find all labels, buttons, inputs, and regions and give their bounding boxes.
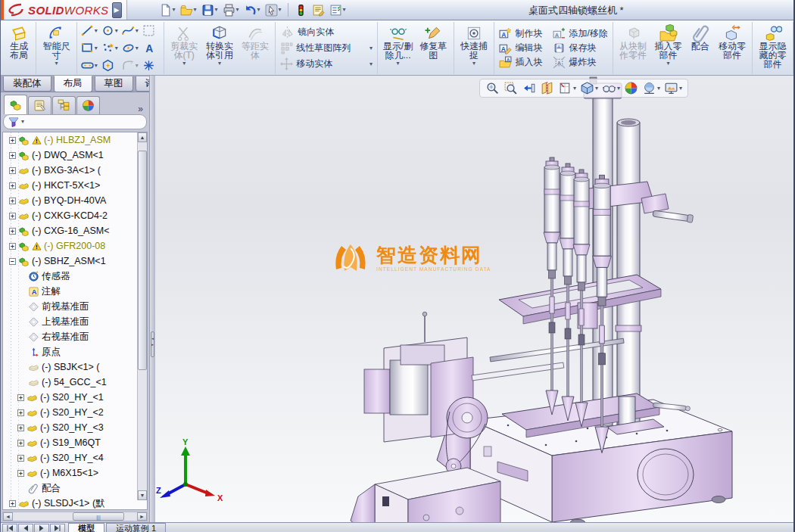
panel-tab-configurationmanager[interactable] <box>52 96 76 114</box>
tree-item[interactable]: 原点 <box>3 344 147 359</box>
linear-sketch-pattern-button[interactable]: 线性草图阵列 ▾ <box>278 41 375 55</box>
quick-snaps-button[interactable]: 快速捕捉 ▾ <box>457 23 492 67</box>
print-document-button[interactable]: ▾ <box>221 3 241 17</box>
machine-model[interactable] <box>311 76 794 522</box>
study-tab-2[interactable]: 运动算例 1 <box>106 523 166 532</box>
zoom-fit-button[interactable] <box>485 81 500 95</box>
make-block-button[interactable]: A 制作块 <box>497 26 544 41</box>
make-part-from-block-button[interactable]: 从块制作零件 <box>616 23 650 60</box>
mate-button[interactable]: 配合 <box>686 23 715 51</box>
hide-show-items-button[interactable]: ▾ <box>602 81 620 95</box>
expand-toggle[interactable]: + <box>17 440 24 446</box>
sketch-star-tool-button[interactable] <box>141 57 161 74</box>
tree-filter-bar[interactable]: ▾ <box>3 114 147 129</box>
expand-toggle[interactable]: + <box>9 198 16 204</box>
rectangle-tool-button[interactable]: ▾ <box>80 39 100 57</box>
expand-toggle[interactable]: + <box>9 213 16 219</box>
tree-item[interactable]: −(-) SBHZ_ASM<1 <box>3 254 147 269</box>
expand-toggle[interactable]: + <box>9 228 16 235</box>
panel-splitter[interactable]: ◂▸ <box>149 76 155 522</box>
tree-item[interactable]: (-) 54_GCC_<1 <box>3 375 147 390</box>
graphics-viewport[interactable]: ▾▾▾▾▾ 智造资料网 INTELLIGENT MANUFACTURING DA… <box>155 76 794 522</box>
tree-item[interactable]: +(-) S20_HY_<2 <box>3 405 147 420</box>
tree-horizontal-scrollbar[interactable]: ◄ ||| ► <box>2 512 148 521</box>
expand-toggle[interactable]: + <box>9 167 16 174</box>
tree-item[interactable]: +(-) BXG-3A<1> ( <box>3 163 147 178</box>
panel-expand-chevron[interactable]: » <box>138 104 146 114</box>
edit-appearance-button[interactable] <box>624 81 638 95</box>
tree-item[interactable]: +(-) HLBZJ_ASM <box>3 132 147 148</box>
tree-vertical-scrollbar[interactable]: ▲ ▼ <box>137 132 147 500</box>
scroll-up-button[interactable]: ▲ <box>138 132 147 142</box>
smart-dimension-button[interactable]: 智能尺寸 ▾ <box>39 23 74 67</box>
expand-toggle[interactable]: + <box>17 455 24 462</box>
undo-button[interactable]: ▾ <box>242 3 262 17</box>
tree-item[interactable]: +(-) CXKG-KCD4-2 <box>3 208 147 223</box>
commandmanager-tab-2[interactable]: 布局 <box>54 76 92 92</box>
open-document-button[interactable]: ▾ <box>179 3 198 17</box>
expand-toggle[interactable]: + <box>17 394 24 401</box>
section-view-button[interactable] <box>540 81 554 95</box>
show-hidden-components-button[interactable]: 显示隐藏的零部件 <box>755 23 790 69</box>
file-properties-button[interactable] <box>310 3 326 17</box>
collapse-toggle[interactable]: − <box>9 258 16 265</box>
move-component-button[interactable]: 移动零部件 <box>715 23 750 60</box>
spline-tool-button[interactable]: ▾ <box>120 22 141 39</box>
view-orientation-button[interactable]: ▾ <box>558 81 576 95</box>
expand-toggle[interactable]: + <box>17 470 24 477</box>
interference-check-button[interactable] <box>293 3 309 17</box>
tree-item[interactable]: +(-) BYQ-DH-40VA <box>3 193 147 208</box>
panel-tab-propertymanager[interactable] <box>28 96 51 114</box>
tree-item[interactable]: +(-) S20_HY_<3 <box>3 420 147 435</box>
expand-toggle[interactable]: + <box>9 137 16 144</box>
commandmanager-tab-1[interactable]: 装配体 <box>3 76 51 92</box>
tree-item[interactable]: +(-) DWQ_ASM<1 <box>3 148 147 163</box>
splitter-grip[interactable]: ◂▸ <box>151 331 154 357</box>
repair-sketch-button[interactable]: 修复草图 <box>416 23 451 60</box>
tree-item[interactable]: 配合 <box>3 481 147 496</box>
line-tool-button[interactable]: ▾ <box>80 22 100 39</box>
study-tab-1[interactable]: 模型 <box>68 523 104 532</box>
scroll-down-button[interactable]: ▼ <box>138 490 147 500</box>
select-cursor-button[interactable]: ▾ <box>263 3 283 17</box>
tree-item[interactable]: +(-) S20_HY_<4 <box>3 450 147 465</box>
menu-flyout-button[interactable]: ▶ <box>112 2 122 18</box>
save-document-button[interactable]: ▾ <box>200 3 220 17</box>
tree-item[interactable]: 前视基准面 <box>3 299 147 314</box>
expand-toggle[interactable]: + <box>9 182 16 189</box>
last-tab-button[interactable] <box>50 524 65 532</box>
first-tab-button[interactable] <box>2 524 17 532</box>
view-settings-button[interactable]: ▾ <box>664 81 682 95</box>
tree-item[interactable]: 传感器 <box>3 269 147 284</box>
expand-toggle[interactable]: + <box>17 425 24 431</box>
polygon-tool-button[interactable] <box>100 57 120 74</box>
zoom-area-button[interactable] <box>504 81 518 95</box>
move-entities-button[interactable]: 移动实体 ▾ <box>278 57 375 71</box>
tree-item[interactable]: A注解 <box>3 284 147 299</box>
tree-item[interactable]: +(-) M6X15<1> <box>3 465 147 481</box>
previous-tab-button[interactable] <box>18 524 33 532</box>
ellipse-tool-button[interactable]: ▾ <box>120 39 141 57</box>
explode-block-button[interactable]: A 爆炸块 <box>550 55 610 70</box>
tree-item[interactable]: 上视基准面 <box>3 314 147 329</box>
convert-entities-button[interactable]: 转换实体引用 ▾ <box>202 23 238 67</box>
display-delete-relations-button[interactable]: 显示/删除几... ▾ <box>380 23 416 67</box>
sketch-text-tool-button[interactable]: A <box>141 39 161 57</box>
next-tab-button[interactable] <box>34 524 49 532</box>
previous-view-button[interactable] <box>522 81 536 95</box>
insert-block-button[interactable]: A 插入块 <box>497 55 544 70</box>
panel-tab-featuremanager[interactable] <box>4 95 27 114</box>
options-list-button[interactable]: ▾ <box>328 3 348 17</box>
tree-item[interactable]: +(-) HKCT-5X<1> <box>3 178 147 193</box>
scroll-right-button[interactable]: ► <box>137 512 147 521</box>
trim-entities-button[interactable]: 剪裁实体(T) ▾ <box>167 23 202 67</box>
tree-item[interactable]: +(-) S20_HY_<1 <box>3 390 147 405</box>
tree-item[interactable]: +(-) SLSDJ<1> (默 <box>3 496 147 510</box>
offset-entities-button[interactable]: 等距实体 <box>237 23 273 60</box>
tree-item[interactable]: +(-) S19_M6QT <box>3 435 147 450</box>
expand-toggle[interactable]: + <box>17 409 24 416</box>
commandmanager-tab-3[interactable]: 草图 <box>95 76 133 92</box>
feeder-assembly[interactable] <box>351 312 500 522</box>
circle-tool-button[interactable]: ▾ <box>100 22 120 39</box>
mirror-entities-button[interactable]: 镜向实体 <box>278 25 375 39</box>
